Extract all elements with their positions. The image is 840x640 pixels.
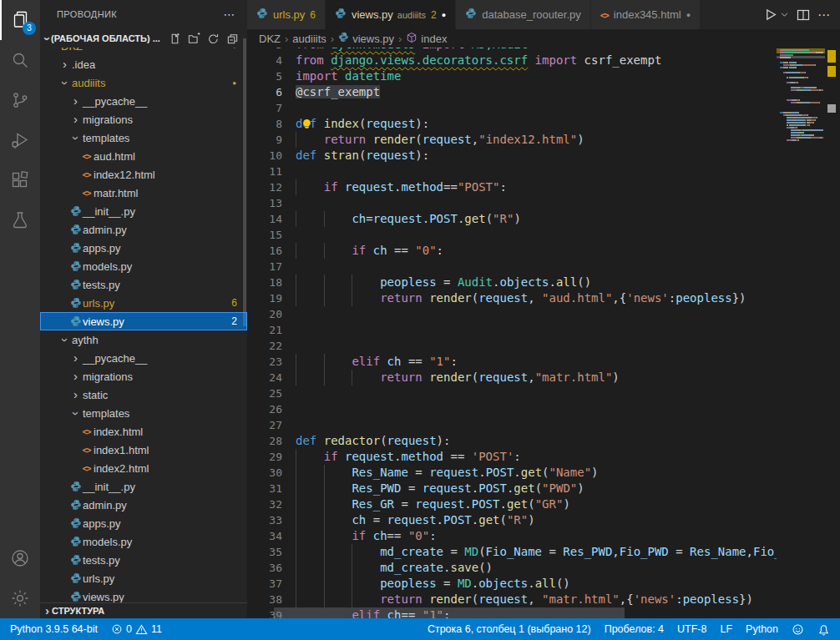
tree-item-migrations[interactable]: ›migrations xyxy=(40,367,247,386)
tab-database_roouter.py[interactable]: database_roouter.py xyxy=(456,0,591,29)
code-line[interactable]: 8def index(request): xyxy=(247,116,840,132)
tab-modified-dot-icon[interactable]: ● xyxy=(686,11,691,19)
testing-icon[interactable] xyxy=(0,200,40,240)
extensions-icon[interactable] xyxy=(0,160,40,200)
code-line[interactable]: 14 ch=request.POST.get("R") xyxy=(247,211,840,227)
tree-item-migrations[interactable]: ›migrations xyxy=(40,110,247,129)
tree-item-apps.py[interactable]: apps.py xyxy=(40,239,247,257)
tab-modified-dot-icon[interactable]: ● xyxy=(442,11,446,19)
code-line[interactable]: 33 ch = request.POST.get("R") xyxy=(247,512,840,528)
code-line[interactable]: 21 xyxy=(247,322,840,338)
feedback-icon[interactable] xyxy=(785,623,811,636)
code-line[interactable]: 18 peopless = Audit.objects.all() xyxy=(247,275,840,290)
tree-item-urls.py[interactable]: urls.py xyxy=(40,569,247,587)
tree-item-audiiits[interactable]: ›audiiits● xyxy=(40,73,247,92)
tree-item-.idea[interactable]: ›.idea xyxy=(40,55,247,73)
code-line[interactable]: 31 Res_PWD = request.POST.get("PWD") xyxy=(247,481,840,496)
code-line[interactable]: 35 md_create = MD(Fio_Name = Res_PWD,Fio… xyxy=(247,544,840,560)
code-line[interactable]: 37 peopless = MD.objects.all() xyxy=(247,576,840,592)
tree-item-matr.html[interactable]: <>matr.html xyxy=(40,184,247,202)
breadcrumb-item-audiiits[interactable]: audiiits xyxy=(292,33,326,45)
code-line[interactable]: 20 xyxy=(247,306,840,322)
code-line[interactable]: 19 return render(request, "aud.html",{'n… xyxy=(247,290,840,306)
breadcrumb-item-DKZ[interactable]: DKZ xyxy=(259,33,281,45)
tree-item-urls.py[interactable]: urls.py6 xyxy=(40,294,247,312)
code-line[interactable]: 34 if ch== "0": xyxy=(247,528,840,544)
run-dropdown-chevron-icon[interactable] xyxy=(780,10,789,19)
tree-item-tests.py[interactable]: tests.py xyxy=(40,551,247,569)
code-line[interactable]: 23 elif ch == "1": xyxy=(247,354,840,370)
new-folder-icon[interactable] xyxy=(188,33,200,45)
code-line[interactable]: 17 xyxy=(247,259,840,275)
python-interpreter-status[interactable]: Python 3.9.5 64-bit xyxy=(3,623,104,635)
code-line[interactable]: 15 xyxy=(247,227,840,243)
run-python-file-icon[interactable] xyxy=(763,8,777,22)
code-line[interactable]: 39 elif ch== "1": xyxy=(247,607,840,618)
tree-item-admin.py[interactable]: admin.py xyxy=(40,496,247,514)
run-and-debug-icon[interactable] xyxy=(0,120,40,160)
tree-item-__pycache__[interactable]: ›__pycache__ xyxy=(40,92,247,110)
code-line[interactable]: 12 if request.method=="POST": xyxy=(247,179,840,195)
tree-item-DKZ[interactable]: ›DKZ● xyxy=(40,48,247,55)
tree-item-admin.py[interactable]: admin.py xyxy=(40,220,247,239)
code-line[interactable]: 38 return render(request, "matr.html",{'… xyxy=(247,592,840,607)
tree-item-index2.html[interactable]: <>index2.html xyxy=(40,459,247,477)
language-mode-status[interactable]: Python xyxy=(739,623,785,635)
sidebar-scrollbar[interactable] xyxy=(243,38,246,326)
code-line[interactable]: 32 Res_GR = request.POST.get("GR") xyxy=(247,496,840,512)
tree-item-templates[interactable]: ›templates xyxy=(40,129,247,147)
lightbulb-icon[interactable] xyxy=(301,118,313,134)
search-icon[interactable] xyxy=(0,40,40,80)
new-file-icon[interactable] xyxy=(169,33,181,45)
tree-item-index1.html[interactable]: <>index1.html xyxy=(40,441,247,459)
split-editor-icon[interactable] xyxy=(797,8,810,22)
refresh-icon[interactable] xyxy=(207,33,220,45)
code-editor[interactable]: 3from aythh.models import MD,Audit4from … xyxy=(247,48,840,618)
tree-item-models.py[interactable]: models.py xyxy=(40,257,247,275)
breadcrumb-item-views.py[interactable]: views.py xyxy=(338,32,394,45)
tree-item-__pycache__[interactable]: ›__pycache__ xyxy=(40,349,247,367)
source-control-icon[interactable] xyxy=(0,80,40,120)
tree-item-templates[interactable]: ›templates xyxy=(40,404,247,422)
code-line[interactable]: 6@csrf_exempt xyxy=(247,84,840,100)
explorer-icon[interactable]: 3 xyxy=(0,0,40,40)
code-line[interactable]: 7 xyxy=(247,100,840,116)
code-line[interactable]: 9 return render(request,"index12.html") xyxy=(247,132,840,148)
tree-item-tests.py[interactable]: tests.py xyxy=(40,275,247,294)
code-line[interactable]: 4from django.views.decorators.csrf impor… xyxy=(247,53,840,68)
settings-gear-icon[interactable] xyxy=(0,578,40,618)
tab-views.py[interactable]: views.pyaudiiits2● xyxy=(326,0,456,29)
code-line[interactable]: 36 md_create.save() xyxy=(247,560,840,576)
code-line[interactable]: 29 if request.method == 'POST': xyxy=(247,449,840,465)
code-line[interactable]: 16 if ch == "0": xyxy=(247,243,840,259)
tree-item-models.py[interactable]: models.py xyxy=(40,532,247,551)
tree-item-apps.py[interactable]: apps.py xyxy=(40,514,247,532)
tree-item-aud.html[interactable]: <>aud.html xyxy=(40,147,247,165)
problems-status[interactable]: 0 11 xyxy=(104,623,169,636)
tree-item-__init__.py[interactable]: __init__.py xyxy=(40,477,247,496)
code-line[interactable]: 13 xyxy=(247,195,840,211)
code-line[interactable]: 11 xyxy=(247,164,840,179)
tree-item-static[interactable]: ›static xyxy=(40,386,247,404)
eol-status[interactable]: LF xyxy=(713,623,739,635)
tree-item-views.py[interactable]: views.py xyxy=(40,587,247,602)
explorer-more-actions-icon[interactable]: ⋯ xyxy=(224,0,235,29)
tree-item-index.html[interactable]: <>index.html xyxy=(40,422,247,441)
collapse-all-icon[interactable] xyxy=(226,33,239,45)
tree-item-views.py[interactable]: views.py2 xyxy=(40,312,247,330)
tree-item-__init__.py[interactable]: __init__.py xyxy=(40,202,247,220)
workspace-section-header[interactable]: › (РАБОЧАЯ ОБЛАСТЬ) ... xyxy=(40,29,247,48)
code-line[interactable]: 26 xyxy=(247,401,840,417)
breadcrumb-item-index[interactable]: index xyxy=(406,32,447,46)
tree-item-aythh[interactable]: ›aythh xyxy=(40,330,247,349)
notifications-bell-icon[interactable] xyxy=(811,623,837,636)
code-line[interactable]: 24 return render(request,"matr.html") xyxy=(247,370,840,386)
code-line[interactable]: 27 xyxy=(247,417,840,433)
code-line[interactable]: 10def stran(request): xyxy=(247,148,840,164)
outline-section-header[interactable]: › СТРУКТУРА xyxy=(40,602,247,618)
code-line[interactable]: 25 xyxy=(247,386,840,401)
account-icon[interactable] xyxy=(0,538,40,578)
editor-more-actions-icon[interactable]: ⋯ xyxy=(817,8,830,23)
tab-urls.py[interactable]: urls.py6 xyxy=(247,0,326,29)
encoding-status[interactable]: UTF-8 xyxy=(670,623,713,635)
